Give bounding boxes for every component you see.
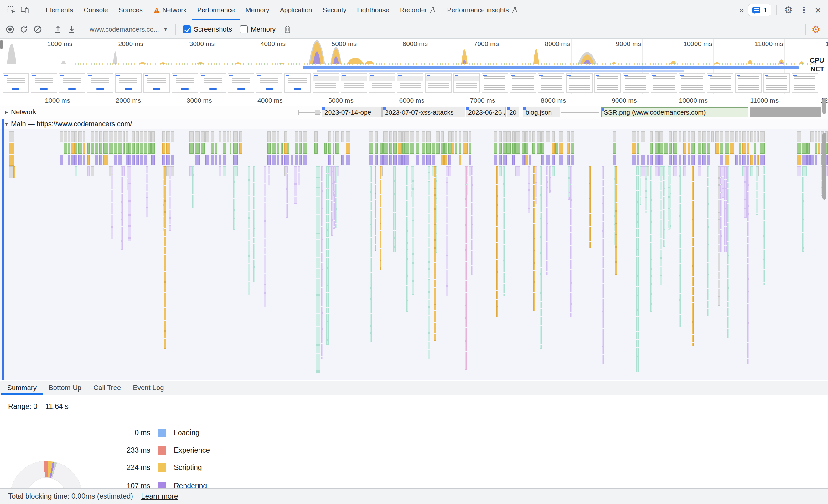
main-track-header[interactable]: ▾ Main — https://www.codemancers.com/ [0,119,828,129]
settings-gear-icon[interactable]: ⚙ [782,5,795,15]
tab-console[interactable]: Console [79,0,113,20]
screenshot-thumbnail[interactable] [256,73,283,93]
screenshots-checkbox[interactable] [182,25,191,34]
legend-label: Experience [166,446,210,455]
screenshot-thumbnail[interactable] [31,73,57,93]
screenshot-thumbnail[interactable] [453,73,480,93]
panel-tabs: ElementsConsoleSourcesNetworkPerformance… [40,0,524,20]
details-tab-bottom-up[interactable]: Bottom-Up [43,381,87,395]
thumbnail-link-line [738,80,750,80]
tab-memory[interactable]: Memory [240,0,275,20]
tab-recorder[interactable]: Recorder [395,0,442,20]
screenshot-thumbnail[interactable] [87,73,113,93]
thumbnail-text-lines [7,78,25,84]
network-request[interactable]: 2023-07-07-xss-attacks [382,107,465,117]
scrollbar-thumb[interactable] [822,133,826,200]
flame-chart[interactable] [0,129,828,380]
screenshot-thumbnail[interactable] [200,73,226,93]
screenshot-thumbnail[interactable] [510,73,536,93]
screenshot-thumbnail[interactable] [59,73,85,93]
screenshot-thumbnail[interactable] [566,73,592,93]
screenshot-thumbnail[interactable] [115,73,141,93]
capture-settings-gear-icon[interactable]: ⚙ [809,25,823,34]
thumbnail-link-line [794,80,807,80]
screenshot-thumbnail[interactable] [397,73,423,93]
kebab-menu-icon[interactable]: ⋮ [797,6,811,14]
memory-checkbox-row[interactable]: Memory [240,25,276,34]
network-track-header[interactable]: ▸ Network [5,108,36,116]
network-request[interactable]: 20 [507,107,519,117]
network-request-label: blog.json [526,109,552,116]
thumbnail-button [237,88,245,90]
thumbnail-text-lines [456,83,477,90]
tab-lighthouse[interactable]: Lighthouse [352,0,395,20]
screenshot-thumbnail[interactable] [2,73,29,93]
record-button[interactable] [3,23,17,36]
screenshot-thumbnail[interactable] [143,73,170,93]
devtools-tabbar: ElementsConsoleSourcesNetworkPerformance… [0,0,828,20]
profile-select[interactable]: www.codemancers.co... ▼ [85,26,172,33]
garbage-collect-icon[interactable] [281,23,294,36]
memory-checkbox[interactable] [240,25,248,34]
screenshot-thumbnail[interactable] [594,73,621,93]
screenshot-thumbnail[interactable] [538,73,564,93]
thumbnail-button [181,88,189,90]
download-profile-icon[interactable] [65,23,79,36]
screenshot-thumbnail[interactable] [172,73,198,93]
network-request[interactable]: SSR.png (www.codemancers.com) [601,107,748,117]
scrollbar-thumb[interactable] [822,98,826,114]
screenshot-thumbnail[interactable] [369,73,395,93]
tab-sources[interactable]: Sources [113,0,148,20]
screenshot-thumbnail[interactable] [763,73,790,93]
issues-badge[interactable]: 1 [748,4,771,16]
details-panel: SummaryBottom-UpCall TreeEvent Log Range… [0,380,828,504]
network-request[interactable]: blog.json [523,107,560,117]
thumbnail-link-line [625,80,637,80]
thumbnail-text-lines [176,78,194,84]
inspect-element-icon[interactable] [4,3,18,17]
learn-more-link[interactable]: Learn more [141,492,178,501]
clear-icon[interactable] [31,23,44,36]
tab-performance[interactable]: Performance [192,0,240,20]
timeline-ruler[interactable]: 1000 ms2000 ms3000 ms4000 ms5000 ms6000 … [0,94,828,106]
device-toolbar-icon[interactable] [18,3,32,17]
more-tabs-icon[interactable]: » [736,5,746,15]
screenshot-thumbnail[interactable] [341,73,367,93]
screenshots-checkbox-row[interactable]: Screenshots [182,25,232,34]
screenshot-thumbnail[interactable] [707,73,734,93]
screenshot-thumbnail[interactable] [228,73,254,93]
thumbnail-header [369,76,395,81]
screenshot-thumbnail[interactable] [284,73,310,93]
network-request[interactable]: 2023-06-26 2 [466,107,506,117]
thumbnail-text-lines [512,76,534,91]
reload-and-record-button[interactable] [17,23,31,36]
network-request-tail-bar[interactable] [750,107,821,117]
timeline-overview[interactable]: 1000 ms2000 ms3000 ms4000 ms5000 ms6000 … [0,38,828,95]
tab-performance-insights[interactable]: Performance insights [442,0,523,20]
tab-security[interactable]: Security [317,0,352,20]
screenshot-thumbnail[interactable] [735,73,761,93]
screenshot-thumbnail[interactable] [425,73,452,93]
close-icon[interactable]: × [812,5,824,15]
details-tab-event-log[interactable]: Event Log [127,381,170,395]
screenshot-thumbnail[interactable] [792,73,818,93]
tab-elements[interactable]: Elements [40,0,79,20]
screenshot-thumbnail[interactable] [313,73,339,93]
tab-application[interactable]: Application [275,0,318,20]
network-track: ▸ Network 2023-07-14-ope2023-07-07-xss-a… [0,106,828,119]
thumbnail-logo [455,75,458,76]
screenshot-thumbnail[interactable] [623,73,649,93]
screenshot-thumbnail[interactable] [482,73,508,93]
upload-profile-icon[interactable] [51,23,65,36]
network-request-label: 2023-07-07-xss-attacks [385,109,453,116]
network-request[interactable]: 2023-07-14-ope [322,107,382,117]
tabbar-right-icons: » 1 ⚙ ⋮ × [736,4,828,16]
details-tab-summary[interactable]: Summary [1,381,43,395]
screenshot-thumbnail[interactable] [679,73,705,93]
thumbnail-text-lines [597,76,618,91]
screenshot-thumbnail[interactable] [651,73,677,93]
thumbnail-text-lines [91,78,109,84]
details-tab-call-tree[interactable]: Call Tree [87,381,127,395]
tab-network[interactable]: Network [148,0,192,20]
tab-label: Security [323,6,346,14]
